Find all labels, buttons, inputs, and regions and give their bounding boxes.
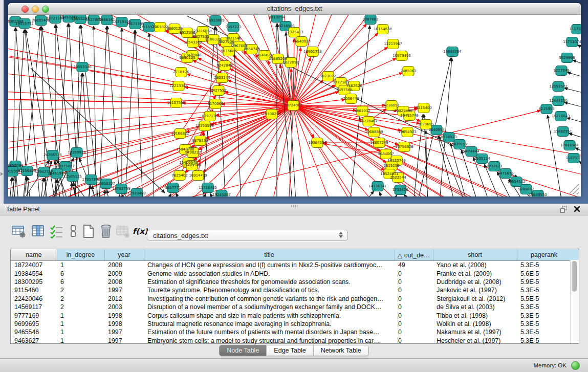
split-view-icon[interactable]	[66, 224, 81, 238]
tab-network-table[interactable]: Network Table	[314, 345, 368, 356]
table-cell: Investigating the contribution of common…	[144, 295, 395, 303]
graph-node-label: 10654112	[507, 180, 526, 184]
table-source-select[interactable]: citations_edges.txt	[147, 230, 348, 241]
network-window[interactable]: citations_edges.txt 39823481405571220891…	[8, 3, 581, 196]
table-cell: 1	[57, 320, 104, 328]
graph-node-label: 17016504	[560, 143, 579, 147]
window-resize-grip[interactable]	[564, 180, 580, 195]
panel-title: Table Panel	[6, 206, 39, 213]
graph-node-label: 12325413	[285, 30, 303, 34]
table-cell: Estimation of the future numbers of pati…	[144, 328, 395, 336]
table-cell: 2012	[104, 295, 144, 303]
table-cell: 2	[57, 286, 104, 294]
table-row[interactable]: 946554611997Estimation of the future num…	[11, 328, 571, 336]
table-header-row[interactable]: namein_degreeyeartitle△ out_de…shortpage…	[11, 249, 571, 261]
delete-table-icon[interactable]	[98, 224, 114, 238]
citation-network-graph[interactable]: 3982348140557122089140616721104104532871…	[8, 15, 581, 196]
table-cell: Hescheler et al. (1997)	[433, 337, 517, 345]
column-header-short[interactable]: short	[433, 249, 517, 261]
column-header-in_degree[interactable]: in_degree	[57, 249, 104, 261]
column-header-out_de[interactable]: △ out_de…	[395, 249, 433, 261]
table-cell: Tibbo et al. (1998)	[433, 311, 517, 319]
table-row[interactable]: 969969511998Structural magnetic resonanc…	[11, 320, 571, 328]
table-panel: Table Panel	[0, 204, 588, 372]
graph-node-label: 16154838	[374, 27, 392, 31]
graph-node-label: 6216057	[383, 103, 399, 107]
table-cell: 18724007	[11, 261, 57, 270]
table-settings-icon[interactable]	[11, 224, 27, 238]
graph-node-label: 9890123	[179, 56, 195, 60]
graph-node-label: 7832621	[486, 164, 502, 168]
graph-node-label: 8938923	[441, 135, 456, 139]
graph-node-label: 2935114	[474, 157, 490, 161]
network-window-titlebar[interactable]: citations_edges.txt	[8, 3, 581, 15]
table-cell: 2009	[104, 269, 144, 277]
graph-node-label: 19245087	[212, 193, 231, 196]
graph-node-label: 6479197	[451, 142, 467, 146]
graph-node-label: 30975887	[56, 164, 75, 168]
import-table-disabled-icon	[116, 224, 131, 238]
new-table-icon[interactable]	[81, 224, 96, 238]
graph-node-label: 23226058	[193, 29, 212, 33]
graph-node-label: 10889550	[529, 193, 547, 196]
table-row[interactable]: 946362711997Embryonic stem cells: a mode…	[11, 337, 571, 345]
status-bar: Memory: OK	[0, 358, 588, 372]
float-panel-icon[interactable]	[559, 205, 569, 213]
graph-node-label: 8471676	[497, 171, 514, 176]
graph-node-label: 15716485	[199, 186, 217, 190]
table-cell: 5.5E-5	[517, 295, 571, 303]
tab-node-table[interactable]: Node Table	[220, 345, 267, 356]
close-panel-icon[interactable]	[573, 205, 582, 213]
function-builder-icon[interactable]: f(x)	[131, 224, 148, 238]
table-row[interactable]: 977716911998Corpus callosum shape and si…	[11, 311, 571, 319]
table-cell: 1	[57, 261, 104, 270]
graph-node-label: 9329966	[559, 56, 575, 60]
table-cell: Genome-wide association studies in ADHD.	[144, 269, 395, 277]
graph-node-label: 12353593	[195, 124, 214, 128]
select-columns-icon[interactable]	[49, 224, 64, 238]
graph-node-label: 12213967	[384, 42, 402, 46]
graph-node-label: 8427552	[210, 89, 226, 93]
table-row[interactable]: 1456911722003Disruption of a novel membe…	[11, 303, 571, 311]
column-header-name[interactable]: name	[11, 249, 57, 261]
tab-edge-table[interactable]: Edge Table	[267, 345, 313, 356]
table-row[interactable]: 1938455462009Genome-wide association stu…	[11, 269, 571, 277]
graph-node-label: 9699695	[418, 122, 433, 126]
graph-node-label: 14055712	[15, 21, 34, 26]
table-row[interactable]: 1830029562008Estimation of significance …	[11, 278, 571, 286]
table-columns-icon[interactable]	[31, 224, 46, 238]
scrollbar-thumb[interactable]	[572, 261, 577, 292]
panel-drag-grip[interactable]	[291, 205, 298, 207]
graph-node-label: 9827508	[218, 40, 234, 44]
table-panel-header[interactable]: Table Panel	[0, 204, 588, 215]
graph-node-label: 19218506	[276, 24, 295, 28]
table-cell: Wolkin et al. (1998)	[433, 320, 517, 328]
table-cell: 5.9E-5	[517, 278, 571, 286]
column-header-title[interactable]: title	[144, 249, 395, 261]
graph-node-label: 18807249	[370, 141, 388, 145]
graph-node-label: 2036446	[343, 97, 359, 101]
graph-node-label: 7625402	[171, 173, 187, 178]
table-cell: 6	[57, 269, 104, 277]
table-row[interactable]: 1872400712008Changes of HCN gene express…	[11, 261, 571, 270]
column-header-year[interactable]: year	[104, 249, 144, 261]
table-row[interactable]: 911546021997Tourette syndrome. Phenomeno…	[11, 286, 571, 294]
node-attribute-table[interactable]: namein_degreeyeartitle△ out_de…shortpage…	[10, 249, 579, 344]
column-header-pagerank[interactable]: pagerank	[517, 249, 571, 261]
graph-node-label: 16961758	[303, 50, 322, 54]
table-vertical-scrollbar[interactable]	[570, 260, 579, 343]
network-graph-canvas[interactable]: 3982348140557122089140616721104104532871…	[8, 15, 581, 196]
graph-node-label: 16640910	[292, 39, 311, 43]
graph-node-label: 1615152	[383, 164, 399, 168]
table-row[interactable]: 2242004622012Investigating the contribut…	[11, 295, 571, 303]
graph-node-label: 16648784	[443, 50, 462, 54]
table-cell: 2008	[104, 278, 144, 286]
graph-node-label: 2803144	[214, 76, 230, 80]
graph-node-label: 9245652	[518, 187, 534, 191]
graph-node-label: 17359928	[68, 150, 86, 155]
table-cell: 0	[395, 303, 433, 311]
graph-node-label: 9242848	[216, 63, 232, 68]
graph-node-label: 16914479	[189, 173, 207, 178]
graph-node-label: 20206576	[43, 153, 62, 157]
panel-collapse-arrow-icon[interactable]	[1, 172, 3, 176]
